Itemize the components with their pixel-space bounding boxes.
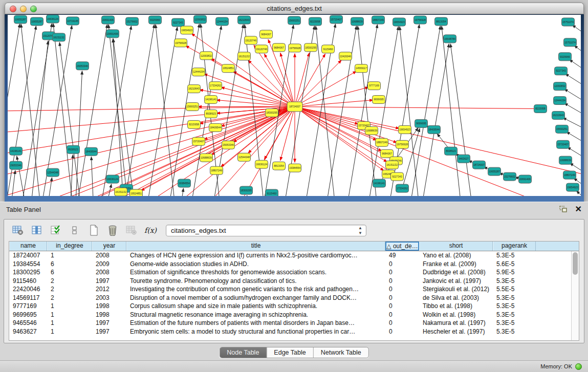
citation-network-graph[interactable]: 1065528710655287166361241071914520691406… [8,15,581,196]
table-cell[interactable]: 1997 [92,319,126,327]
teal-node[interactable]: 9329966 [559,53,572,61]
yellow-node[interactable]: 16151132 [386,161,399,169]
citation-edge-black[interactable] [564,103,581,125]
yellow-node[interactable]: 29053346 [222,141,235,149]
table-scrollbar-thumb[interactable] [573,252,578,275]
teal-node[interactable]: 10655287 [488,167,501,176]
table-cell[interactable]: 1 [47,302,92,311]
table-cell[interactable]: Hescheler et al. (1997) [419,327,493,336]
table-row[interactable]: 1938455462009Genome-wide association stu… [9,260,579,269]
teal-node[interactable]: 9227343 [172,18,185,27]
tab-node-table[interactable]: Node Table [220,347,267,358]
table-cell[interactable]: 9699695 [9,311,47,319]
table-cell[interactable]: 5.3E-5 [493,277,536,286]
yellow-node[interactable]: 18807249 [210,166,223,174]
yellow-node[interactable]: 16151132 [238,52,251,60]
table-row[interactable]: 969969511998Structural magnetic resonanc… [9,311,579,319]
teal-node[interactable]: 8215958 [534,105,547,113]
yellow-node[interactable]: 16151132 [115,188,127,196]
teal-node[interactable]: 16210643 [238,16,251,24]
table-cell[interactable]: Yano et al. (2008) [419,251,493,260]
teal-node[interactable]: 15276602 [504,172,516,181]
citation-edge-black[interactable] [565,74,581,97]
yellow-node[interactable]: 19524851 [222,64,235,73]
yellow-node[interactable]: 19654923 [399,125,411,134]
teal-node[interactable]: 16636124 [106,175,119,183]
table-cell[interactable]: 5.3E-5 [493,302,536,311]
teal-node[interactable]: 9227343 [555,67,568,75]
yellow-node[interactable]: 19756928 [175,39,187,47]
table-cell[interactable]: 18724007 [9,251,47,260]
table-cell[interactable]: 1 [47,311,92,319]
teal-node[interactable]: 18300295 [240,186,253,194]
citation-edge-black[interactable] [574,46,581,66]
yellow-node[interactable]: 10688639 [200,154,213,162]
teal-node[interactable]: 8813054 [435,17,448,26]
table-cell[interactable]: 1998 [92,311,126,319]
table-cell[interactable]: 0 [385,277,419,286]
teal-node[interactable]: 20691406 [519,175,532,183]
teal-node[interactable]: 12093832 [554,82,567,91]
yellow-node[interactable]: 15693251 [186,103,199,111]
table-cell[interactable]: 9115460 [9,277,47,286]
table-cell[interactable]: 9463627 [9,327,47,336]
teal-node[interactable]: 19654923 [393,18,406,26]
table-settings-icon[interactable] [11,224,25,236]
citation-edge-black[interactable] [358,26,380,196]
table-row[interactable]: 946362711997Embryonic stem cells: a mode… [9,327,579,336]
table-cell[interactable]: 1 [47,327,92,336]
table-cell[interactable]: Disruption of a novel member of a sodium… [126,294,385,302]
teal-node[interactable]: 16151132 [53,33,66,41]
table-scrollbar[interactable] [571,251,579,340]
tab-network-table[interactable]: Network Table [314,347,368,358]
teal-node[interactable]: 14196141 [10,147,23,155]
teal-node[interactable]: 9329966 [149,16,162,24]
column-header-short[interactable]: short [419,242,493,251]
citation-edge-black[interactable] [402,128,420,188]
column-header-out_de[interactable]: △ out_de… [385,242,419,251]
table-cell[interactable]: 2009 [92,260,126,269]
yellow-node[interactable]: 19654923 [181,26,193,34]
table-cell[interactable]: 0 [385,268,419,277]
yellow-node[interactable]: 19756928 [289,44,301,52]
teal-node[interactable]: 19756928 [414,16,427,24]
table-cell[interactable]: 2003 [92,294,126,302]
yellow-node[interactable]: 16636124 [255,160,268,168]
citation-edge-red[interactable] [295,106,384,170]
zoom-window-button[interactable] [30,6,37,12]
table-row[interactable]: 1456911722003Disruption of a novel membe… [9,294,579,302]
yellow-node[interactable]: 10688639 [365,126,378,135]
column-header-year[interactable]: year [92,242,126,251]
float-panel-icon[interactable] [559,205,568,213]
yellow-node[interactable]: 19384554 [289,164,301,172]
yellow-node[interactable]: 8813054 [273,162,286,170]
yellow-node[interactable]: 9227343 [391,172,404,181]
table-cell[interactable]: Investigating the contribution of common… [126,285,385,294]
table-cell[interactable]: 5.9E-5 [493,268,536,277]
yellow-node[interactable]: 22420046 [339,52,352,60]
yellow-node[interactable]: 9777169 [368,82,381,90]
yellow-node[interactable]: 9684067 [273,43,286,52]
citation-edge-black[interactable] [569,59,581,81]
table-cell[interactable]: Wolkin et al. (1998) [419,311,493,319]
teal-node[interactable]: 16210643 [552,111,565,119]
tab-edge-table[interactable]: Edge Table [267,347,313,358]
table-cell[interactable]: 5.3E-5 [493,319,536,327]
table-row[interactable]: 2242004622012Investigating the contribut… [9,285,579,294]
teal-node[interactable]: 18409544 [85,147,98,156]
table-cell[interactable]: 0 [385,327,419,336]
column-select-icon[interactable] [30,224,43,236]
column-header-in_degree[interactable]: in_degree [47,242,92,251]
table-row[interactable]: 1830029562008Estimation of significance … [9,268,579,277]
yellow-node[interactable]: 17334262 [209,82,222,90]
table-cell[interactable]: 0 [385,319,419,327]
teal-node[interactable]: 9463627 [458,155,470,163]
yellow-node[interactable]: 18807249 [376,138,388,146]
table-cell[interactable]: 0 [385,311,419,319]
teal-node[interactable]: 15751074 [564,38,577,47]
citation-edge-black[interactable] [450,44,476,196]
table-row[interactable]: 946554611997Estimation of the future num… [9,319,579,327]
table-cell[interactable]: Changes of HCN gene expression and I(f) … [126,251,385,260]
yellow-node[interactable]: 18300295 [304,43,317,52]
teal-node[interactable]: 9115460 [266,189,278,196]
